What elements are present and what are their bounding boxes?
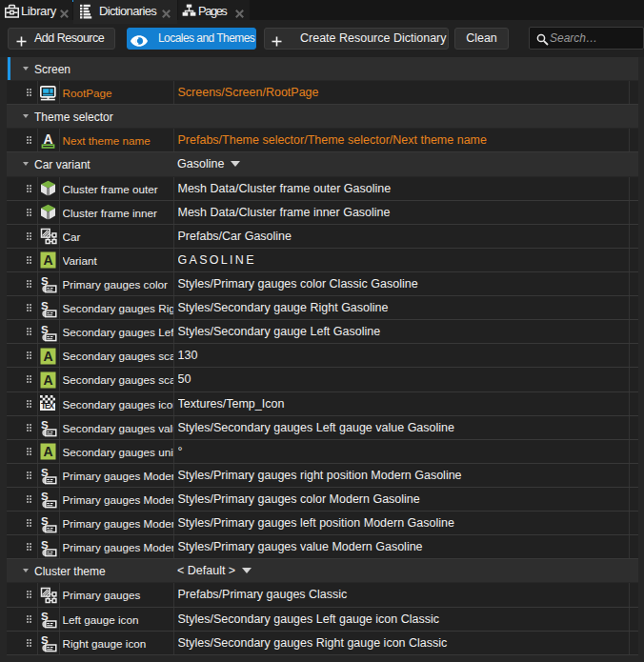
svg-text:A: A xyxy=(43,252,52,268)
svg-text:TEX: TEX xyxy=(41,401,54,411)
svg-text:A: A xyxy=(43,372,52,388)
svg-text:A: A xyxy=(43,349,52,364)
svg-text:A: A xyxy=(43,444,52,459)
